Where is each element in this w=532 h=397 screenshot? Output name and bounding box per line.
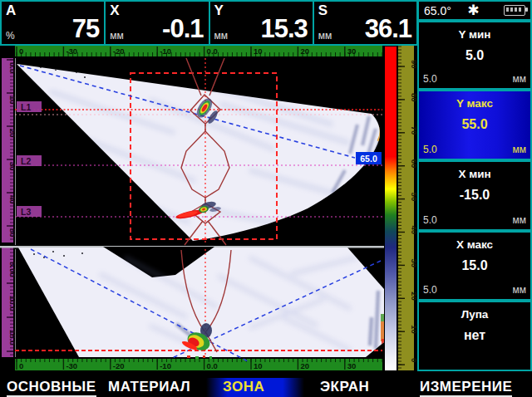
svg-text:70: 70: [410, 126, 418, 135]
svg-text:30: 30: [347, 47, 357, 56]
device-screen: A % 75 X мм -0.1 Y мм 15.3 S мм 36.1 65.…: [0, 0, 532, 397]
sector-view-bottom: [15, 247, 384, 362]
svg-text:10: 10: [410, 325, 418, 334]
svg-text:65.0: 65.0: [360, 154, 377, 164]
measure-label: Y: [214, 2, 224, 19]
svg-text:30: 30: [410, 258, 418, 267]
svg-text:-30: -30: [66, 361, 77, 370]
svg-text:80: 80: [410, 93, 418, 102]
measurement-bar: A % 75 X мм -0.1 Y мм 15.3 S мм 36.1: [0, 0, 418, 46]
measure-cell-x: X мм -0.1: [104, 0, 209, 46]
param-unit: мм: [513, 144, 527, 155]
measure-unit: мм: [110, 30, 124, 42]
param-value: нет: [419, 328, 530, 343]
measure-label: X: [110, 2, 119, 19]
param-x-min[interactable]: X мин -15.0 5.0мм: [417, 160, 532, 231]
param-zoom[interactable]: Лупа нет: [417, 301, 532, 371]
beam-angle-label: 65.0: [356, 152, 382, 164]
measure-label: A: [6, 2, 16, 19]
param-step: 5.0: [423, 214, 437, 226]
svg-text:-30: -30: [66, 47, 77, 56]
param-unit: мм: [513, 214, 527, 226]
measure-value: 36.1: [365, 14, 411, 44]
measure-value: -0.1: [162, 14, 203, 44]
measure-unit: %: [6, 30, 15, 42]
param-title: Y мин: [419, 28, 530, 41]
menu-item-zone[interactable]: ЗОНА: [223, 379, 264, 395]
measure-label: S: [318, 2, 328, 19]
svg-text:50: 50: [410, 193, 418, 202]
menu-item-measure[interactable]: ИЗМЕРЕНИЕ: [420, 379, 512, 397]
svg-text:15.0: 15.0: [8, 330, 17, 346]
param-y-max[interactable]: Y макс 55.0 5.0мм: [417, 90, 532, 160]
svg-text:60: 60: [410, 159, 418, 169]
svg-text:0: 0: [19, 47, 23, 56]
svg-text:40: 40: [8, 195, 17, 204]
svg-text:0: 0: [19, 361, 23, 370]
leg-markers: L1L2L3: [17, 101, 42, 217]
param-title: X мин: [419, 168, 530, 180]
svg-text:50: 50: [8, 228, 17, 238]
param-title: Лупа: [419, 308, 530, 321]
measure-unit: мм: [214, 30, 229, 42]
freeze-icon: ✱: [443, 2, 504, 19]
svg-text:20: 20: [8, 129, 17, 138]
svg-text:0: 0: [410, 358, 418, 362]
svg-text:90: 90: [410, 60, 418, 69]
param-step: 5.0: [423, 144, 437, 155]
sector-view-top: 65.0 L1L2L3: [15, 58, 382, 245]
svg-text:20: 20: [300, 47, 309, 56]
svg-text:0.0: 0.0: [8, 62, 17, 73]
param-x-max[interactable]: X макс 15.0 5.0мм: [417, 231, 532, 301]
svg-text:L2: L2: [21, 156, 31, 166]
svg-text:L1: L1: [21, 102, 31, 112]
svg-text:10: 10: [8, 96, 17, 105]
svg-text:5.00: 5.00: [8, 262, 17, 277]
svg-text:20: 20: [410, 292, 418, 301]
menu-item-screen[interactable]: ЭКРАН: [320, 379, 369, 395]
status-cell: 65.0° ✱: [417, 0, 532, 21]
measure-cell-s: S мм 36.1: [313, 0, 418, 46]
measure-value: 75: [72, 14, 99, 44]
measure-unit: мм: [318, 30, 332, 42]
svg-text:L3: L3: [21, 207, 31, 217]
param-value: 55.0: [419, 117, 530, 132]
param-step: 5.0: [423, 284, 437, 296]
menu-item-material[interactable]: МАТЕРИАЛ: [108, 379, 190, 395]
svg-text:-20: -20: [113, 47, 125, 56]
param-title: X макс: [419, 238, 530, 251]
measure-cell-amplitude: A % 75: [0, 0, 106, 46]
param-value: -15.0: [419, 188, 530, 203]
param-unit: мм: [513, 284, 527, 296]
measure-cell-y: Y мм 15.3: [209, 0, 314, 46]
param-step: 5.0: [423, 73, 437, 85]
svg-text:30: 30: [347, 361, 357, 370]
battery-icon: [504, 5, 525, 16]
svg-text:-10: -10: [160, 361, 171, 370]
scan-area: 0-30-20-100.01020300-30-20-100.01020300.…: [0, 46, 418, 378]
svg-text:-10: -10: [160, 47, 171, 56]
main-menu: ОСНОВНЫЕ МАТЕРИАЛ ЗОНА ЭКРАН ИЗМЕРЕНИЕ: [0, 378, 532, 397]
menu-item-main[interactable]: ОСНОВНЫЕ: [7, 379, 96, 397]
svg-text:0.0: 0.0: [207, 47, 218, 56]
param-unit: мм: [513, 73, 527, 85]
svg-text:40: 40: [410, 226, 418, 235]
measure-value: 15.3: [260, 14, 307, 44]
param-value: 5.0: [419, 48, 530, 63]
y-ruler-top: [2, 58, 13, 243]
amplitude-colorbar: [385, 47, 397, 370]
parameter-sidebar: 65.0° ✱ Y мин 5.0 5.0мм Y макс 55.0 5.0м…: [417, 0, 532, 378]
svg-text:10: 10: [254, 47, 263, 56]
param-y-min[interactable]: Y мин 5.0 5.0мм: [417, 21, 532, 90]
svg-text:0.0: 0.0: [207, 361, 218, 370]
svg-text:30: 30: [8, 162, 17, 171]
param-value: 15.0: [419, 258, 530, 273]
svg-text:10.0: 10.0: [8, 296, 17, 311]
svg-text:20: 20: [300, 361, 309, 370]
svg-text:-20: -20: [113, 361, 125, 370]
param-title: Y макс: [419, 97, 530, 110]
svg-text:10: 10: [254, 361, 263, 370]
